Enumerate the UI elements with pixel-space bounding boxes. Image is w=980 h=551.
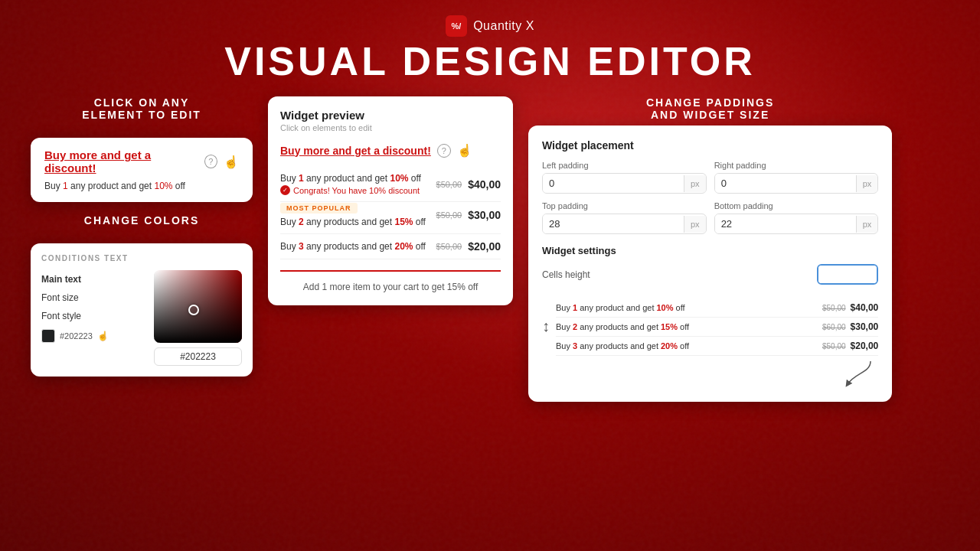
widget-preview-card: Widget preview Click on elements to edit… [268,96,513,305]
tier-3-right: $50,00 $20,00 [436,240,501,253]
prop-main-text-label: Main text [41,274,81,285]
discount-title[interactable]: Buy more and get a discount! [44,148,198,174]
mid-help-icon[interactable]: ? [437,144,451,158]
cells-height-label: Cells height [542,269,590,280]
color-gradient[interactable] [154,270,242,343]
widget-settings-card: Widget placement Left padding px Right p… [528,126,892,402]
tier3-disc-price: $20,00 [468,240,501,253]
bottom-padding-label: Bottom padding [714,201,879,210]
right-panel: CHANGE PADDINGSAND WIDGET SIZE Widget pl… [528,96,892,402]
mid-cursor: ☝ [457,143,472,158]
mini-tier3-orig: $50,00 [822,342,846,350]
tier-2-row[interactable]: MOST POPULAR Buy 2 any products and get … [280,202,501,234]
color-picker-area[interactable] [154,270,242,366]
color-card-body: Main text Font size Font style #202223 [41,270,242,366]
right-padding-field: Right padding px [714,161,879,194]
color-card: CONDITIONS TEXT Main text Font size Font… [31,243,253,377]
tier-2-left: MOST POPULAR Buy 2 any products and get … [280,202,426,227]
congrats-text: Congrats! You have 10% discount [293,186,420,195]
mini-tier1-disc: $40,00 [851,302,879,313]
bottom-px-label: px [856,216,878,233]
mini-tier-3-right: $50,00 $20,00 [822,341,878,351]
logo-icon: %/ [446,15,467,37]
top-px-label: px [684,216,706,233]
curved-arrow [832,357,878,388]
hex-value: #202223 [60,331,93,341]
bottom-padding-field: Bottom padding px [714,201,879,234]
mini-tier-3: Buy 3 any products and get 20% off $50,0… [556,337,878,356]
resize-arrows: ↕ [542,318,550,334]
mini-tier3-disc: $20,00 [851,341,879,351]
tier-2-right: $50,00 $30,00 [436,209,501,221]
congrats-row: ✓ Congrats! You have 10% discount [280,185,421,195]
prop-main-text[interactable]: Main text [41,270,146,289]
widget-placement-title: Widget placement [542,139,878,152]
mini-tier-1-left: Buy 1 any product and get 10% off [556,303,685,312]
add-to-cart-text: Add 1 more item to your cart to get 15% … [303,282,479,292]
cells-height-input-row: px [817,264,878,285]
most-popular-badge: MOST POPULAR [280,203,358,214]
svg-text:%/: %/ [452,21,462,31]
prop-font-size-label: Font size [41,292,79,303]
conditions-text: Buy 1 any product and get 10% off [44,181,239,191]
cursor-hand-small: ☝ [97,331,109,341]
logo-text: Quantity X [473,19,534,33]
tier1-disc-price: $40,00 [468,178,501,191]
tier-3-row[interactable]: Buy 3 any products and get 20% off $50,0… [280,234,501,259]
mini-tier-1-right: $50,00 $40,00 [822,302,878,313]
background: %/ Quantity X VISUAL DESIGN EDITOR CLICK… [0,0,980,551]
tier2-orig-price: $50,00 [436,210,462,220]
prop-font-size[interactable]: Font size [41,289,146,307]
prop-font-color[interactable]: #202223 ☝ [41,325,146,347]
left-panel: CLICK ON ANYELEMENT TO EDIT Buy more and… [31,96,253,377]
widget-preview-title: Widget preview [280,109,501,122]
top-padding-input[interactable] [543,214,684,233]
right-padding-label: Right padding [714,161,879,170]
panels: CLICK ON ANYELEMENT TO EDIT Buy more and… [31,96,949,402]
cells-height-input[interactable] [818,266,878,283]
click-card: Buy more and get a discount! ? ☝ Buy 1 a… [31,138,253,202]
tier3-orig-price: $50,00 [436,242,462,251]
tier-1-right: $50,00 $40,00 [436,178,501,191]
arrow-annotation [542,357,878,388]
main-title: VISUAL DESIGN EDITOR [224,41,756,81]
right-padding-input[interactable] [715,174,856,193]
top-padding-field: Top padding px [542,201,707,234]
tier-1-left: Buy 1 any product and get 10% off ✓ Cong… [280,173,421,195]
tier-3-left: Buy 3 any products and get 20% off [280,241,426,252]
tier2-disc-price: $30,00 [468,209,501,221]
check-circle: ✓ [280,185,290,195]
color-card-header: CONDITIONS TEXT [41,254,242,262]
middle-panel: Widget preview Click on elements to edit… [268,96,513,305]
mini-tier-2-left: Buy 2 any products and get 15% off [556,322,689,331]
hex-input[interactable] [154,347,242,366]
prop-font-style-label: Font style [41,311,81,321]
mini-tier1-orig: $50,00 [822,304,846,312]
tier-1-row[interactable]: Buy 1 any product and get 10% off ✓ Cong… [280,167,501,202]
left-px-label: px [684,175,706,192]
top-padding-label: Top padding [542,201,707,210]
colors-section-label: CHANGE COLORS [31,214,253,227]
mini-tier2-orig: $60,00 [822,323,846,331]
bottom-padding-input[interactable] [715,214,856,233]
top-padding-input-row: px [542,214,707,234]
discount-header: Buy more and get a discount! ? ☝ [44,148,239,174]
help-icon[interactable]: ? [204,155,217,168]
mini-preview-container: ↕ Buy 1 any product and get 10% off $50,… [542,295,878,356]
add-to-cart-bar[interactable]: Add 1 more item to your cart to get 15% … [280,270,501,293]
arrow-up-icon: ↕ [542,318,550,334]
left-padding-input[interactable] [543,174,684,193]
left-padding-input-row: px [542,173,707,194]
mini-tier2-disc: $30,00 [851,321,879,332]
mid-discount-title[interactable]: Buy more and get a discount! [280,145,431,157]
padding-grid: Left padding px Right padding px [542,161,878,234]
right-padding-input-row: px [714,173,879,194]
mini-tier-2: Buy 2 any products and get 15% off $60,0… [556,318,878,337]
mini-tier-1: Buy 1 any product and get 10% off $50,00… [556,298,878,318]
left-padding-label: Left padding [542,161,707,170]
right-px-label: px [856,175,878,192]
prop-font-style[interactable]: Font style [41,307,146,325]
color-swatch[interactable] [41,329,55,343]
cursor-icon: ☝ [224,155,239,169]
mini-tier-2-right: $60,00 $30,00 [822,321,878,332]
